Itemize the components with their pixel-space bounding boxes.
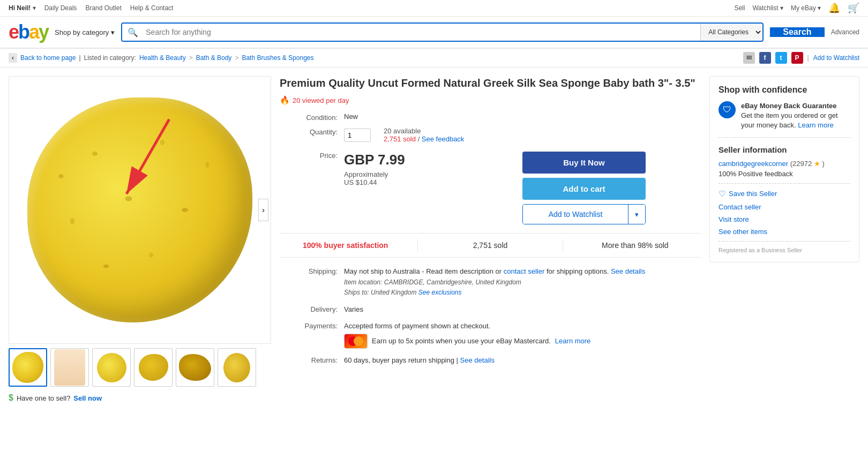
price-label: Price:: [280, 152, 344, 160]
contact-seller-shipping-link[interactable]: contact seller: [504, 267, 545, 275]
product-title: Premium Quality Uncut Formed Natural Gre…: [280, 76, 701, 90]
item-location-text: Item location: CAMBRIDGE, Cambridgeshire…: [344, 279, 521, 286]
listed-in-text: |: [79, 54, 80, 62]
see-details-link[interactable]: See details: [611, 267, 645, 275]
search-icon: 🔍: [122, 24, 144, 41]
mc-learn-more-link[interactable]: Learn more: [555, 336, 590, 347]
product-details: Premium Quality Uncut Formed Natural Gre…: [280, 76, 701, 403]
next-image-button[interactable]: ›: [258, 199, 268, 221]
payments-label: Payments:: [280, 321, 344, 330]
seller-name-link[interactable]: cambridgegreekcorner: [719, 160, 788, 168]
top-nav-left: Hi Neil! ▾ Daily Deals Brand Outlet Help…: [9, 4, 173, 12]
search-input[interactable]: [144, 24, 700, 41]
user-greeting[interactable]: Hi Neil! ▾: [9, 4, 36, 12]
stat-sold: 2,751 sold: [424, 239, 556, 252]
quantity-label: Quantity:: [280, 127, 344, 136]
thumb-5[interactable]: [176, 348, 214, 387]
add-to-cart-button[interactable]: Add to cart: [522, 178, 646, 200]
search-bar: 🔍 All Categories: [121, 22, 764, 42]
notification-icon[interactable]: 🔔: [828, 2, 840, 14]
action-buttons: Buy It Now Add to cart Add to Watchlist …: [522, 152, 646, 224]
shop-category-dropdown[interactable]: Shop by category ▾: [55, 28, 115, 36]
delivery-label: Delivery:: [280, 304, 344, 313]
seller-registered: Registered as a Business Seller: [719, 247, 850, 253]
stat-satisfaction: 100% buyer satisfaction: [280, 239, 411, 252]
see-other-items-link[interactable]: See other items: [719, 228, 850, 236]
shield-icon: 🛡: [719, 101, 736, 118]
visit-store-link[interactable]: Visit store: [719, 215, 850, 223]
category1-link[interactable]: Health & Beauty: [139, 54, 186, 62]
thumb-3[interactable]: [92, 348, 131, 387]
brand-outlet-link[interactable]: Brand Outlet: [85, 4, 121, 12]
seller-panel: Shop with confidence 🛡 eBay Money Back G…: [709, 76, 859, 262]
watchlist-button-wrap: Add to Watchlist ▾: [522, 204, 646, 224]
thumb-2[interactable]: [50, 348, 89, 387]
category2-link[interactable]: Bath & Body: [196, 54, 232, 62]
cart-icon[interactable]: 🛒: [848, 2, 859, 14]
condition-value: New: [344, 112, 701, 122]
product-main-image: [27, 97, 252, 322]
category3-link[interactable]: Bath Brushes & Sponges: [242, 54, 313, 62]
ebay-logo[interactable]: ebay: [9, 21, 48, 43]
guarantee-text: eBay Money Back Guarantee Get the item y…: [741, 101, 850, 131]
viewed-badge: 🔥 20 viewed per day: [280, 95, 701, 105]
seller-info-title: Seller information: [719, 145, 850, 154]
seller-rating: (22972 ★ ): [790, 160, 825, 168]
watchlist-link-top[interactable]: Watchlist ▾: [752, 4, 783, 12]
price-section: Price: GBP 7.99 Approximately US $10.44 …: [280, 152, 701, 224]
save-seller-link[interactable]: ♡ Save this Seller: [719, 189, 850, 199]
contact-seller-link[interactable]: Contact seller: [719, 203, 850, 211]
see-feedback-link[interactable]: See feedback: [422, 135, 465, 143]
add-to-watchlist-link[interactable]: Add to Watchlist: [813, 54, 859, 62]
thumb-1[interactable]: [9, 348, 47, 387]
listed-in-label: Listed in category:: [84, 54, 136, 62]
heart-icon: ♡: [719, 189, 725, 199]
see-exclusions-link[interactable]: See exclusions: [418, 289, 462, 296]
search-category-select[interactable]: All Categories: [700, 24, 762, 41]
advanced-link[interactable]: Advanced: [831, 28, 859, 36]
sold-count-link[interactable]: 2,751 sold: [384, 135, 416, 143]
seller-divider-2: [719, 241, 850, 242]
delivery-value: Varies: [344, 304, 701, 315]
returns-see-details-link[interactable]: See details: [460, 356, 495, 364]
thumb-6[interactable]: [218, 348, 256, 387]
buy-it-now-button[interactable]: Buy It Now: [522, 152, 646, 174]
mastercard-row: Earn up to 5x points when you use your e…: [344, 334, 701, 349]
condition-quantity-grid: Condition: New Quantity: 20 available 2,…: [280, 112, 701, 143]
my-ebay-link[interactable]: My eBay ▾: [791, 4, 821, 12]
watchlist-arrow-button[interactable]: ▾: [628, 205, 645, 224]
daily-deals-link[interactable]: Daily Deals: [44, 4, 77, 12]
sell-section: $ Have one to sell? Sell now: [9, 393, 271, 403]
dollar-icon: $: [9, 393, 13, 403]
sell-link[interactable]: Sell: [734, 4, 745, 12]
guarantee-learn-more-link[interactable]: Learn more: [798, 121, 833, 129]
main-content: › $ Have one to sell? Se: [0, 67, 868, 411]
pinterest-share-icon[interactable]: P: [791, 52, 803, 64]
help-contact-link[interactable]: Help & Contact: [130, 4, 174, 12]
sponge-texture: [27, 97, 252, 322]
returns-label: Returns:: [280, 355, 344, 364]
ebay-guarantee: 🛡 eBay Money Back Guarantee Get the item…: [719, 101, 850, 138]
seller-divider: [719, 183, 850, 184]
watchlist-button[interactable]: Add to Watchlist: [523, 205, 628, 224]
facebook-share-icon[interactable]: f: [759, 52, 771, 64]
thumb-4[interactable]: [134, 348, 173, 387]
ships-to-text: Ships to: United Kingdom See exclusions: [344, 289, 462, 296]
have-one-text: Have one to sell?: [17, 394, 70, 402]
shipping-label: Shipping:: [280, 266, 344, 275]
fire-icon: 🔥: [280, 95, 290, 105]
condition-label: Condition:: [280, 112, 344, 122]
price-gbp: GBP 7.99: [344, 152, 522, 168]
email-share-icon[interactable]: ✉: [743, 52, 755, 64]
quantity-input[interactable]: [344, 129, 371, 142]
mc-text: Earn up to 5x points when you use your e…: [372, 336, 551, 347]
seller-name-row: cambridgegreekcorner (22972 ★ ): [719, 160, 850, 168]
chevron-down-icon: ▾: [111, 28, 115, 36]
mastercard-icon: [344, 334, 368, 349]
search-button[interactable]: Search: [770, 27, 824, 37]
twitter-share-icon[interactable]: t: [775, 52, 787, 64]
sell-now-link[interactable]: Sell now: [73, 394, 102, 402]
back-button[interactable]: ‹: [9, 53, 17, 63]
product-images: › $ Have one to sell? Se: [9, 76, 271, 403]
back-home-link[interactable]: Back to home page: [20, 54, 76, 62]
